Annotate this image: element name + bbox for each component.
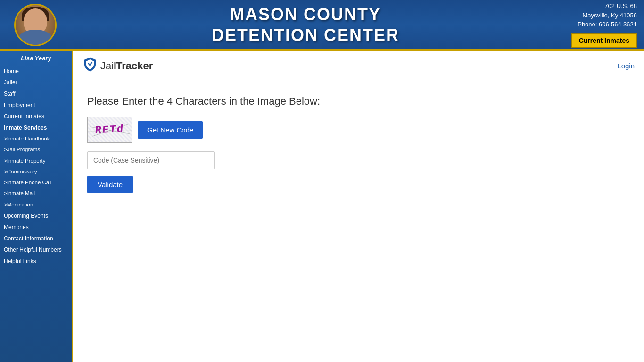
main-content: JailTracker Login Please Enter the 4 Cha… — [73, 51, 644, 362]
sidebar-item-jailer[interactable]: Jailer — [0, 77, 72, 88]
title-line2: DETENTION CENTER — [212, 25, 399, 45]
get-new-code-button[interactable]: Get New Code — [138, 121, 203, 139]
sidebar-item-memories[interactable]: Memories — [0, 222, 72, 233]
captcha-form-area: Please Enter the 4 Characters in the Ima… — [73, 81, 644, 207]
captcha-image: RETd — [87, 117, 132, 143]
sidebar-item-medication[interactable]: >Medication — [0, 199, 72, 210]
sidebar: Lisa Yeary Home Jailer Staff Employment … — [0, 51, 73, 362]
sidebar-item-current-inmates[interactable]: Current Inmates — [0, 111, 72, 122]
sidebar-user-name: Lisa Yeary — [0, 55, 72, 62]
main-layout: Lisa Yeary Home Jailer Staff Employment … — [0, 51, 644, 362]
sidebar-item-other-helpful-numbers[interactable]: Other Helpful Numbers — [0, 244, 72, 255]
sidebar-item-helpful-links[interactable]: Helpful Links — [0, 255, 72, 267]
sidebar-item-inmate-handbook[interactable]: >Inmate Handbook — [0, 133, 72, 144]
header-title: MASON COUNTY DETENTION CENTER — [71, 4, 540, 45]
jailtracker-bar: JailTracker Login — [73, 51, 644, 81]
captcha-row: RETd Get New Code — [87, 117, 630, 143]
shield-icon — [83, 57, 98, 75]
sidebar-item-inmate-property[interactable]: >Inmate Property — [0, 156, 72, 166]
avatar — [14, 4, 57, 46]
sidebar-item-inmate-mail[interactable]: >Inmate Mail — [0, 188, 72, 199]
sidebar-item-contact-information[interactable]: Contact Information — [0, 233, 72, 244]
sidebar-item-employment[interactable]: Employment — [0, 99, 72, 111]
jailtracker-tracker: Tracker — [116, 60, 153, 72]
title-line1: MASON COUNTY — [230, 5, 381, 24]
validate-button[interactable]: Validate — [87, 176, 133, 193]
jailtracker-text: JailTracker — [100, 60, 153, 72]
jailtracker-logo: JailTracker — [83, 57, 153, 75]
header-left — [0, 4, 71, 46]
address-line2: Maysville, Ky 41056 — [578, 11, 637, 20]
sidebar-item-home[interactable]: Home — [0, 66, 72, 77]
header-right: 702 U.S. 68 Maysville, Ky 41056 Phone: 6… — [540, 1, 644, 48]
form-title: Please Enter the 4 Characters in the Ima… — [87, 95, 630, 107]
site-header: MASON COUNTY DETENTION CENTER 702 U.S. 6… — [0, 0, 644, 51]
sidebar-item-inmate-services[interactable]: Inmate Services — [0, 122, 72, 133]
sidebar-item-staff[interactable]: Staff — [0, 88, 72, 99]
captcha-code-input[interactable] — [87, 151, 215, 169]
address-line1: 702 U.S. 68 — [578, 1, 637, 11]
address-info: 702 U.S. 68 Maysville, Ky 41056 Phone: 6… — [578, 1, 637, 29]
sidebar-item-commissary[interactable]: >Commissary — [0, 166, 72, 177]
sidebar-item-upcoming-events[interactable]: Upcoming Events — [0, 210, 72, 222]
sidebar-item-inmate-phone-call[interactable]: >Inmate Phone Call — [0, 177, 72, 188]
phone: Phone: 606-564-3621 — [578, 20, 637, 29]
sidebar-item-jail-programs[interactable]: >Jail Programs — [0, 144, 72, 155]
login-link[interactable]: Login — [617, 62, 635, 70]
current-inmates-header-button[interactable]: Current Inmates — [571, 33, 637, 48]
captcha-text: RETd — [95, 123, 124, 136]
jailtracker-jail: Jail — [100, 60, 116, 72]
